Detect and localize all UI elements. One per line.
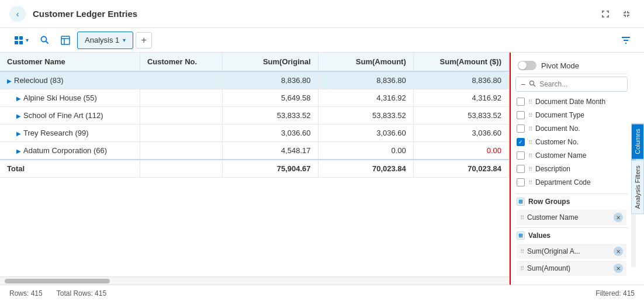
col-header-sum-original[interactable]: Sum(Original: [223, 53, 318, 71]
cell-customer-no: [140, 142, 222, 160]
drag-handle-icon: ⠿: [528, 112, 532, 119]
toolbar: ▾ Analysis 1 ▾ +: [0, 28, 644, 53]
value-tag-label: Sum(Amount): [527, 264, 610, 272]
value-tag-drag-icon: ⠿: [520, 248, 524, 255]
cell-sum-amount-usd: 4,316.92: [413, 89, 508, 107]
remove-customer-name-button[interactable]: ✕: [614, 213, 623, 222]
tab-analysis-filters[interactable]: Analysis Filters: [631, 160, 644, 214]
column-list: ⠿ Document Date Month ⠿ Document Type ⠿ …: [515, 95, 628, 189]
tag-drag-icon: ⠿: [520, 214, 524, 221]
total-customer-no: [140, 160, 222, 178]
view-button[interactable]: ▾: [9, 32, 33, 49]
main-content: Customer Name Customer No. Sum(Original …: [0, 53, 644, 285]
analysis-tab[interactable]: Analysis 1 ▾: [77, 32, 133, 49]
col-header-sum-amount[interactable]: Sum(Amount): [318, 53, 413, 71]
col-header-sum-amount-usd[interactable]: Sum(Amount ($)): [413, 53, 508, 71]
pivot-mode-toggle[interactable]: [518, 61, 536, 70]
values-icon: ⊞: [517, 231, 525, 240]
values-header: ⊞ Values: [515, 227, 628, 242]
column-checkbox[interactable]: [517, 178, 525, 186]
cell-sum-amount-usd: 8,836.80: [413, 71, 508, 89]
remove-value-tag-button[interactable]: ✕: [614, 264, 623, 273]
back-button[interactable]: ‹: [9, 6, 26, 22]
drag-handle-icon: ⠿: [528, 179, 532, 186]
svg-rect-2: [15, 41, 18, 44]
toggle-knob: [518, 61, 527, 70]
svg-rect-3: [19, 41, 23, 44]
cell-sum-amount: 8,836.80: [318, 71, 413, 89]
column-checkbox[interactable]: [517, 151, 525, 160]
table-row[interactable]: ▶Adatum Corporation (66) 4,548.17 0.00 0…: [0, 142, 509, 160]
column-checkbox[interactable]: ✓: [517, 138, 525, 146]
search-icon: [529, 80, 536, 89]
column-checkbox[interactable]: [517, 124, 525, 133]
search-minus-icon[interactable]: −: [521, 79, 525, 89]
cell-customer-name: ▶Relecloud (83): [0, 71, 140, 89]
tag-customer-name: Customer Name: [527, 213, 610, 222]
col-header-customer-name[interactable]: Customer Name: [0, 53, 140, 71]
expand-row-icon[interactable]: ▶: [16, 95, 21, 102]
header-actions: [597, 6, 635, 22]
customer-name-tag[interactable]: ⠿ Customer Name ✕: [517, 210, 626, 225]
chevron-down-icon: ▾: [26, 37, 29, 43]
drag-handle-icon: ⠿: [528, 166, 532, 172]
horizontal-scrollbar[interactable]: [0, 276, 509, 285]
drag-handle-icon: ⠿: [528, 139, 532, 146]
column-checkbox[interactable]: [517, 165, 525, 173]
value-tag[interactable]: ⠿ Sum(Original A... ✕: [517, 244, 626, 259]
column-item[interactable]: ⠿ Document Type: [515, 109, 628, 122]
pivot-mode-row: Pivot Mode: [515, 57, 628, 74]
column-item[interactable]: ⠿ Document Date Month: [515, 95, 628, 108]
svg-rect-1: [19, 36, 23, 40]
column-checkbox[interactable]: [517, 98, 525, 106]
tab-columns[interactable]: Columns: [631, 123, 644, 159]
cell-sum-original: 4,548.17: [223, 142, 318, 160]
collapse-window-button[interactable]: [618, 6, 635, 22]
value-tag-drag-icon: ⠿: [520, 265, 524, 272]
app-container: ‹ Customer Ledger Entries ▾ Analysis 1 ▾…: [0, 0, 644, 301]
svg-line-5: [46, 41, 49, 44]
cell-customer-no: [140, 107, 222, 124]
table-row[interactable]: ▶Alpine Ski House (55) 5,649.58 4,316.92…: [0, 89, 509, 107]
cell-sum-amount-usd: 3,036.60: [413, 124, 508, 142]
filter-button[interactable]: [617, 32, 635, 49]
add-analysis-button[interactable]: +: [136, 32, 152, 49]
table-button[interactable]: [56, 32, 75, 49]
column-item-label: Document Type: [535, 111, 584, 119]
row-groups-icon: ⊞: [517, 198, 525, 206]
search-button[interactable]: [36, 32, 54, 49]
table-wrapper[interactable]: Customer Name Customer No. Sum(Original …: [0, 53, 509, 276]
table-row[interactable]: ▶Relecloud (83) 8,836.80 8,836.80 8,836.…: [0, 71, 509, 89]
cell-sum-amount: 3,036.60: [318, 124, 413, 142]
expand-row-icon[interactable]: ▶: [16, 130, 21, 137]
analysis-tab-label: Analysis 1: [85, 36, 119, 44]
cell-sum-amount: 53,833.52: [318, 107, 413, 124]
col-header-customer-no[interactable]: Customer No.: [140, 53, 222, 71]
remove-value-tag-button[interactable]: ✕: [614, 247, 623, 256]
column-checkbox[interactable]: [517, 111, 525, 119]
cell-customer-name: ▶Alpine Ski House (55): [0, 89, 140, 107]
expand-row-icon[interactable]: ▶: [7, 78, 12, 84]
column-item[interactable]: ⠿ Document No.: [515, 122, 628, 135]
column-item[interactable]: ⠿ Customer Name: [515, 149, 628, 162]
scroll-thumb[interactable]: [5, 279, 110, 283]
search-input[interactable]: [539, 80, 627, 88]
expand-window-button[interactable]: [597, 6, 614, 22]
column-item[interactable]: ✓ ⠿ Customer No.: [515, 136, 628, 148]
table-row[interactable]: ▶School of Fine Art (112) 53,833.52 53,8…: [0, 107, 509, 124]
filtered-status: Filtered: 415: [595, 289, 635, 297]
value-tag[interactable]: ⠿ Sum(Amount) ✕: [517, 261, 626, 276]
table-row[interactable]: ▶Trey Research (99) 3,036.60 3,036.60 3,…: [0, 124, 509, 142]
data-table: Customer Name Customer No. Sum(Original …: [0, 53, 509, 178]
svg-rect-6: [61, 36, 70, 44]
column-item[interactable]: ⠿ Description: [515, 162, 628, 175]
svg-rect-0: [15, 36, 18, 40]
expand-row-icon[interactable]: ▶: [16, 113, 21, 119]
column-item[interactable]: ⠿ Department Code: [515, 176, 628, 189]
drag-handle-icon: ⠿: [528, 99, 532, 105]
tab-chevron-icon: ▾: [123, 37, 126, 43]
value-tag-label: Sum(Original A...: [527, 247, 610, 255]
cell-customer-name: ▶Trey Research (99): [0, 124, 140, 142]
cell-customer-name: ▶School of Fine Art (112): [0, 107, 140, 124]
expand-row-icon[interactable]: ▶: [16, 148, 21, 154]
